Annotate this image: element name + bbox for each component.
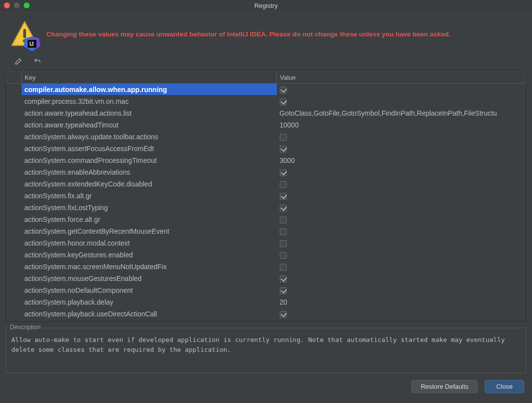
checkbox[interactable] (280, 98, 287, 105)
checkbox[interactable] (280, 311, 287, 318)
registry-key[interactable]: action.aware.typeaheadTimout (22, 119, 277, 131)
table-row[interactable]: actionSystem.mac.screenMenuNotUpdatedFix (7, 261, 526, 273)
revert-icon[interactable] (33, 56, 42, 66)
table-row[interactable]: actionSystem.noDefaultComponent (7, 284, 526, 296)
registry-key[interactable]: actionSystem.fix.alt.gr (22, 190, 277, 202)
header-key[interactable]: Key (22, 72, 277, 84)
table-row[interactable]: compiler.process.32bit.vm.on.mac (7, 95, 526, 107)
registry-key[interactable]: actionSystem.force.alt.gr (22, 214, 277, 225)
table-row[interactable]: actionSystem.extendedKeyCode.disabled (7, 178, 526, 190)
registry-value[interactable] (277, 131, 526, 143)
registry-key[interactable]: actionSystem.commandProcessingTimeout (22, 155, 277, 166)
registry-key[interactable]: actionSystem.playback.delay (22, 296, 277, 308)
registry-value[interactable] (277, 143, 526, 155)
row-gutter (7, 107, 22, 119)
registry-key[interactable]: actionSystem.mac.screenMenuNotUpdatedFix (22, 261, 277, 273)
registry-value[interactable]: GotoClass,GotoFile,GotoSymbol,FindInPath… (277, 107, 526, 119)
registry-key[interactable]: action.aware.typeahead.actions.list (22, 107, 277, 119)
window-close-icon[interactable] (4, 2, 10, 8)
row-gutter (7, 178, 22, 190)
registry-value[interactable]: 3000 (277, 155, 526, 166)
checkbox[interactable] (280, 193, 287, 200)
registry-key[interactable]: actionSystem.playback.useDirectActionCal… (22, 308, 277, 320)
table-row[interactable]: actionSystem.assertFocusAccessFromEdt (7, 143, 526, 155)
table-row[interactable]: actionSystem.fixLostTyping (7, 202, 526, 214)
registry-value[interactable] (277, 273, 526, 284)
registry-key[interactable]: compiler.process.32bit.vm.on.mac (22, 95, 277, 107)
table-row[interactable]: actionSystem.force.alt.gr (7, 214, 526, 225)
registry-value[interactable] (277, 190, 526, 202)
checkbox[interactable] (280, 87, 287, 93)
checkbox[interactable] (280, 264, 287, 271)
registry-key[interactable]: actionSystem.mouseGesturesEnabled (22, 273, 277, 284)
registry-table[interactable]: Key Value compiler.automake.allow.when.a… (6, 71, 526, 320)
table-row[interactable]: actionSystem.always.update.toolbar.actio… (7, 131, 526, 143)
registry-value[interactable] (277, 237, 526, 249)
registry-key[interactable]: actionSystem.noDefaultComponent (22, 284, 277, 296)
row-gutter (7, 261, 22, 273)
table-row[interactable]: actionSystem.getContextByRecentMouseEven… (7, 225, 526, 237)
edit-icon[interactable] (14, 56, 24, 66)
header-value[interactable]: Value (277, 72, 526, 84)
registry-key[interactable]: actionSystem.extendedKeyCode.disabled (22, 178, 277, 190)
registry-value[interactable] (277, 178, 526, 190)
registry-key[interactable]: actionSystem.fixLostTyping (22, 202, 277, 214)
registry-value[interactable] (277, 202, 526, 214)
row-gutter (7, 84, 22, 95)
registry-value[interactable] (277, 249, 526, 261)
registry-value[interactable] (277, 225, 526, 237)
row-gutter (7, 225, 22, 237)
description-label: Description (8, 324, 43, 331)
header-blank (7, 72, 22, 84)
table-row[interactable]: action.aware.typeahead.actions.listGotoC… (7, 107, 526, 119)
registry-key[interactable]: actionSystem.getContextByRecentMouseEven… (22, 225, 277, 237)
registry-value[interactable] (277, 84, 526, 95)
registry-table-wrap: Key Value compiler.automake.allow.when.a… (6, 71, 526, 322)
checkbox[interactable] (280, 228, 287, 235)
checkbox[interactable] (280, 217, 287, 223)
registry-value[interactable]: 10000 (277, 119, 526, 131)
table-row[interactable]: actionSystem.playback.delay20 (7, 296, 526, 308)
window-maximize-icon[interactable] (24, 2, 30, 8)
registry-value[interactable]: 20 (277, 296, 526, 308)
window-minimize-icon[interactable] (14, 2, 20, 8)
registry-value[interactable] (277, 308, 526, 320)
table-row[interactable]: actionSystem.commandProcessingTimeout300… (7, 155, 526, 166)
table-row[interactable]: actionSystem.mouseGesturesEnabled (7, 273, 526, 284)
checkbox[interactable] (280, 181, 287, 188)
warning-banner: IJ Changing these values may cause unwan… (0, 11, 532, 54)
row-gutter (7, 202, 22, 214)
table-row[interactable]: actionSystem.enableAbbreviations (7, 166, 526, 178)
window-controls (4, 0, 30, 11)
checkbox[interactable] (280, 134, 287, 141)
checkbox[interactable] (280, 146, 287, 153)
window-title: Registry (254, 2, 278, 9)
table-row[interactable]: actionSystem.honor.modal.context (7, 237, 526, 249)
registry-key[interactable]: actionSystem.enableAbbreviations (22, 166, 277, 178)
registry-key[interactable]: actionSystem.keyGestures.enabled (22, 249, 277, 261)
registry-key[interactable]: compiler.automake.allow.when.app.running (22, 84, 277, 95)
checkbox[interactable] (280, 205, 287, 212)
table-row[interactable]: compiler.automake.allow.when.app.running (7, 84, 526, 95)
registry-key[interactable]: actionSystem.assertFocusAccessFromEdt (22, 143, 277, 155)
checkbox[interactable] (280, 276, 287, 282)
restore-defaults-button[interactable]: Restore Defaults (411, 380, 478, 393)
close-button[interactable]: Close (485, 380, 524, 393)
checkbox[interactable] (280, 252, 287, 259)
checkbox[interactable] (280, 240, 287, 247)
button-bar: Restore Defaults Close (0, 373, 532, 393)
registry-value[interactable] (277, 284, 526, 296)
registry-value[interactable] (277, 95, 526, 107)
registry-key[interactable]: actionSystem.always.update.toolbar.actio… (22, 131, 277, 143)
registry-value[interactable] (277, 166, 526, 178)
registry-value[interactable] (277, 214, 526, 225)
checkbox[interactable] (280, 287, 287, 294)
registry-key[interactable]: actionSystem.honor.modal.context (22, 237, 277, 249)
table-row[interactable]: actionSystem.playback.useDirectActionCal… (7, 308, 526, 320)
checkbox[interactable] (280, 169, 287, 176)
table-row[interactable]: actionSystem.keyGestures.enabled (7, 249, 526, 261)
registry-value[interactable] (277, 261, 526, 273)
svg-text:IJ: IJ (30, 41, 33, 47)
table-row[interactable]: actionSystem.fix.alt.gr (7, 190, 526, 202)
table-row[interactable]: action.aware.typeaheadTimout10000 (7, 119, 526, 131)
